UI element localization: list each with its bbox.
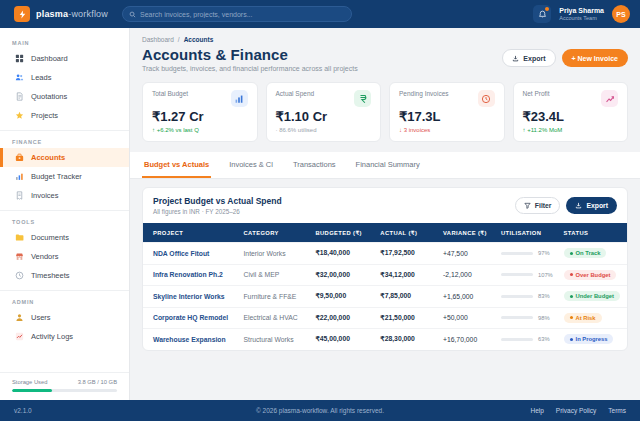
sidebar-item-accounts[interactable]: Accounts <box>0 148 129 167</box>
stat-cards: Total Budget ₹1.27 Cr ↑ +6.2% vs last Q … <box>142 82 628 142</box>
column-header[interactable]: CATEGORY <box>243 230 315 236</box>
column-header[interactable]: UTILISATION <box>501 230 564 236</box>
cell-actual: ₹34,12,000 <box>380 271 443 279</box>
avatar[interactable]: PS <box>612 5 630 23</box>
cell-project[interactable]: NDA Office Fitout <box>153 250 243 257</box>
status-dot-icon <box>570 273 573 276</box>
page-title: Accounts & Finance <box>142 46 358 63</box>
cell-category: Interior Works <box>243 250 315 257</box>
status-badge: Under Budget <box>564 291 620 301</box>
utilisation-pct: 83% <box>538 293 550 299</box>
sidebar-item-label: Documents <box>31 233 69 242</box>
cell-variance: +1,65,000 <box>443 293 501 300</box>
utilisation-pct: 97% <box>538 250 550 256</box>
breadcrumb-parent[interactable]: Dashboard <box>142 36 174 43</box>
table-row[interactable]: Warehouse Expansion Structural Works ₹45… <box>143 328 627 350</box>
utilisation-bar <box>501 252 533 255</box>
table-row[interactable]: Corporate HQ Remodel Electrical & HVAC ₹… <box>143 307 627 329</box>
sidebar-item-dashboard[interactable]: Dashboard <box>0 49 129 68</box>
sidebar-item-timesheets[interactable]: Timesheets <box>0 266 129 285</box>
status-dot-icon <box>570 338 573 341</box>
filter-button[interactable]: Filter <box>515 197 561 214</box>
sidebar-section-main: MAIN Dashboard Leads Quotations Projects <box>0 32 129 127</box>
global-search[interactable] <box>122 6 352 22</box>
cell-status: At Risk <box>564 313 617 323</box>
timesheets-icon <box>15 271 24 280</box>
sidebar-item-vendors[interactable]: Vendors <box>0 247 129 266</box>
export-button[interactable]: Export <box>502 49 555 67</box>
sidebar-section-title: MAIN <box>0 36 129 49</box>
column-header[interactable]: VARIANCE (₹) <box>443 230 501 236</box>
cell-variance: +16,70,000 <box>443 336 501 343</box>
user-info[interactable]: Priya Sharma Accounts Team <box>559 7 604 22</box>
trend-up-icon <box>605 94 615 104</box>
quotations-icon <box>15 92 24 101</box>
sidebar-item-label: Accounts <box>31 153 65 162</box>
tab-financial-summary[interactable]: Financial Summary <box>354 152 422 178</box>
sidebar-item-documents[interactable]: Documents <box>0 228 129 247</box>
search-input[interactable] <box>140 11 345 18</box>
user-name: Priya Sharma <box>559 7 604 15</box>
stat-card-pending-invoices: Pending Invoices ₹17.3L ↓ 3 invoices <box>389 82 505 142</box>
sidebar-item-quotations[interactable]: Quotations <box>0 87 129 106</box>
notifications-button[interactable] <box>533 5 551 23</box>
sidebar-item-budget-tracker[interactable]: Budget Tracker <box>0 167 129 186</box>
sidebar-section-title: TOOLS <box>0 215 129 228</box>
sidebar-item-activity-logs[interactable]: Activity Logs <box>0 327 129 346</box>
sidebar-item-invoices[interactable]: Invoices <box>0 186 129 205</box>
sidebar-section-title: ADMIN <box>0 295 129 308</box>
stat-card-actual-spend: Actual Spend ₹1.10 Cr · 86.6% utilised <box>266 82 382 142</box>
tab-budget-vs-actuals[interactable]: Budget vs Actuals <box>142 152 211 178</box>
table-row[interactable]: NDA Office Fitout Interior Works ₹18,40,… <box>143 242 627 264</box>
table-export-button[interactable]: Export <box>566 197 617 214</box>
sidebar-item-users[interactable]: Users <box>0 308 129 327</box>
search-icon <box>129 11 136 18</box>
stat-icon-wrap <box>231 90 248 107</box>
column-header[interactable]: PROJECT <box>153 230 243 236</box>
cell-variance: -2,12,000 <box>443 271 501 278</box>
utilisation-bar <box>501 316 533 319</box>
utilisation-bar <box>501 295 533 298</box>
brand-logo[interactable] <box>14 6 30 22</box>
cell-project[interactable]: Corporate HQ Remodel <box>153 314 243 321</box>
breadcrumb: Dashboard / Accounts <box>142 36 628 43</box>
footer-link-help[interactable]: Help <box>530 407 543 414</box>
footer-link-terms[interactable]: Terms <box>608 407 626 414</box>
stat-delta: ↑ +11.2% MoM <box>523 127 619 133</box>
storage-label: Storage Used <box>12 379 47 385</box>
cell-project[interactable]: Infra Renovation Ph.2 <box>153 271 243 278</box>
accounts-icon <box>15 153 24 162</box>
sidebar-item-label: Dashboard <box>31 54 68 63</box>
stat-label: Net Profit <box>523 90 550 97</box>
cell-actual: ₹17,92,500 <box>380 249 443 257</box>
vendors-icon <box>15 252 24 261</box>
sidebar-item-label: Projects <box>31 111 58 120</box>
table-row[interactable]: Infra Renovation Ph.2 Civil & MEP ₹32,00… <box>143 264 627 286</box>
cell-status: In Progress <box>564 334 617 344</box>
new-invoice-button[interactable]: + New Invoice <box>562 49 629 67</box>
app-version: v2.1.0 <box>14 407 32 414</box>
cell-project[interactable]: Warehouse Expansion <box>153 336 243 343</box>
tab-transactions[interactable]: Transactions <box>291 152 338 178</box>
cell-category: Electrical & HVAC <box>243 314 315 321</box>
utilisation-pct: 63% <box>538 336 550 342</box>
footer-link-privacy-policy[interactable]: Privacy Policy <box>556 407 596 414</box>
cell-budgeted: ₹45,00,000 <box>315 335 380 343</box>
column-header[interactable]: ACTUAL (₹) <box>380 230 443 236</box>
tab-invoices-cl[interactable]: Invoices & Cl <box>227 152 275 178</box>
utilisation-pct: 107% <box>538 272 553 278</box>
stat-value: ₹1.10 Cr <box>276 109 372 124</box>
sidebar-item-projects[interactable]: Projects <box>0 106 129 125</box>
cell-project[interactable]: Skyline Interior Works <box>153 293 243 300</box>
stat-label: Actual Spend <box>276 90 315 97</box>
sidebar-item-leads[interactable]: Leads <box>0 68 129 87</box>
column-header[interactable]: BUDGETED (₹) <box>315 230 380 236</box>
download-icon <box>575 202 582 209</box>
users-icon <box>15 313 24 322</box>
sidebar-item-label: Quotations <box>31 92 67 101</box>
column-header[interactable]: STATUS <box>564 230 617 236</box>
top-navbar: plasma-workflow Priya Sharma Accounts Te… <box>0 0 640 28</box>
cell-actual: ₹21,50,000 <box>380 314 443 322</box>
table-card-subtitle: All figures in INR · FY 2025–26 <box>153 208 282 215</box>
table-row[interactable]: Skyline Interior Works Furniture & FF&E … <box>143 285 627 307</box>
